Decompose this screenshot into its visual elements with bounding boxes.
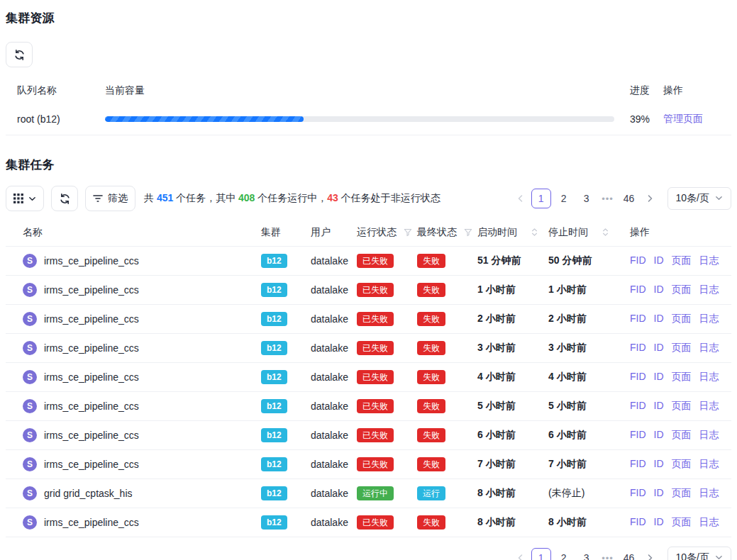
action-id-link[interactable]: ID [654,371,664,383]
action-page-link[interactable]: 页面 [672,458,692,471]
action-log-link[interactable]: 日志 [699,458,719,471]
task-name: irms_ce_pipeline_ccs [44,371,139,383]
page-size-value: 10条/页 [676,192,709,205]
action-page-link[interactable]: 页面 [672,284,692,296]
row-actions: FIDID页面日志 [630,429,731,442]
user-name: datalake [311,488,357,499]
action-id-link[interactable]: ID [654,487,664,500]
page-size-value: 10条/页 [676,551,709,560]
action-page-link[interactable]: 页面 [672,400,692,413]
pagination-page-2[interactable]: 2 [554,548,574,560]
action-id-link[interactable]: ID [654,342,664,354]
action-log-link[interactable]: 日志 [699,254,719,267]
task-name: irms_ce_pipeline_ccs [44,313,139,325]
action-log-link[interactable]: 日志 [699,400,719,413]
action-id-link[interactable]: ID [654,400,664,413]
chevron-down-icon [715,552,723,560]
run-status-badge: 已失败 [357,370,394,384]
pagination-page-2[interactable]: 2 [554,189,574,208]
action-id-link[interactable]: ID [654,254,664,267]
action-id-link[interactable]: ID [654,458,664,471]
pagination-prev[interactable] [511,548,530,560]
table-row: S irms_ce_pipeline_ccs b12 datalake 已失败 … [6,392,731,421]
pagination-ellipsis[interactable]: ••• [598,189,618,208]
action-id-link[interactable]: ID [654,284,664,296]
page-size-select[interactable]: 10条/页 [667,547,731,560]
action-fid-link[interactable]: FID [630,284,646,296]
col-start-time: 启动时间 [477,226,517,239]
action-fid-link[interactable]: FID [630,458,646,471]
pagination-page-3[interactable]: 3 [577,189,597,208]
action-log-link[interactable]: 日志 [699,429,719,442]
run-status-badge: 已失败 [357,428,394,442]
run-status-badge: 运行中 [357,486,394,500]
action-page-link[interactable]: 页面 [672,342,692,354]
action-fid-link[interactable]: FID [630,371,646,383]
action-page-link[interactable]: 页面 [672,516,692,529]
pagination-page-46[interactable]: 46 [619,548,639,560]
action-id-link[interactable]: ID [654,429,664,442]
pagination: 123•••46 [511,189,659,208]
final-status-badge: 失败 [417,312,445,326]
action-page-link[interactable]: 页面 [672,313,692,325]
refresh-icon [14,50,25,60]
action-fid-link[interactable]: FID [630,254,646,267]
action-log-link[interactable]: 日志 [699,313,719,325]
action-log-link[interactable]: 日志 [699,342,719,354]
action-fid-link[interactable]: FID [630,516,646,529]
avatar: S [23,428,37,442]
col-user: 用户 [311,226,357,239]
resources-toolbar [6,42,731,67]
action-page-link[interactable]: 页面 [672,429,692,442]
tasks-title: 集群任务 [6,157,731,173]
col-resource-actions: 操作 [663,84,731,97]
stop-time-sort-icon[interactable] [602,228,609,236]
cluster-badge: b12 [261,428,287,442]
row-actions: FIDID页面日志 [630,284,731,296]
action-page-link[interactable]: 页面 [672,487,692,500]
action-fid-link[interactable]: FID [630,487,646,500]
pagination-page-46[interactable]: 46 [619,189,639,208]
action-fid-link[interactable]: FID [630,342,646,354]
final-status-badge: 失败 [417,370,445,384]
stop-time: 8 小时前 [548,516,630,529]
pagination-next[interactable] [641,189,659,208]
action-page-link[interactable]: 页面 [672,254,692,267]
action-id-link[interactable]: ID [654,313,664,325]
page-size-select[interactable]: 10条/页 [667,187,731,210]
pagination-next[interactable] [641,548,659,560]
action-fid-link[interactable]: FID [630,313,646,325]
filter-button[interactable]: 筛选 [85,186,135,211]
manage-page-link[interactable]: 管理页面 [663,113,703,124]
start-time: 5 小时前 [477,400,548,413]
start-time: 8 小时前 [477,516,548,529]
action-log-link[interactable]: 日志 [699,371,719,383]
tasks-refresh-button[interactable] [51,186,78,211]
columns-settings-button[interactable] [6,186,44,211]
run-status-badge: 已失败 [357,515,394,530]
task-name: irms_ce_pipeline_ccs [44,459,139,470]
action-log-link[interactable]: 日志 [699,516,719,529]
start-time-sort-icon[interactable] [531,228,538,236]
pagination-page-1[interactable]: 1 [531,548,551,560]
resources-refresh-button[interactable] [6,42,33,67]
pagination-page-3[interactable]: 3 [577,548,597,560]
final-status-filter-icon[interactable] [464,228,472,237]
pagination-ellipsis[interactable]: ••• [598,548,618,560]
action-fid-link[interactable]: FID [630,429,646,442]
row-actions: FIDID页面日志 [630,313,731,325]
run-status-filter-icon[interactable] [404,228,412,237]
start-time: 6 小时前 [477,429,548,442]
action-log-link[interactable]: 日志 [699,284,719,296]
action-page-link[interactable]: 页面 [672,371,692,383]
action-log-link[interactable]: 日志 [699,487,719,500]
stats-text: 个任务，其中 [173,192,238,203]
table-row: S irms_ce_pipeline_ccs b12 datalake 已失败 … [6,247,731,276]
action-id-link[interactable]: ID [654,516,664,529]
action-fid-link[interactable]: FID [630,400,646,413]
pagination-prev[interactable] [511,189,530,208]
col-actions: 操作 [630,226,731,239]
avatar: S [23,399,37,413]
avatar: S [23,341,37,355]
pagination-page-1[interactable]: 1 [531,189,551,208]
